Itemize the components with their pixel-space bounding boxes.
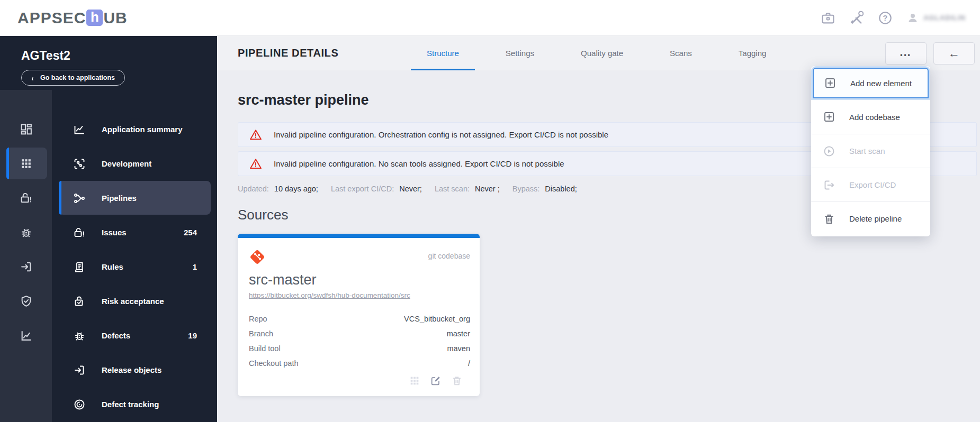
menu-label: Development [102, 159, 151, 168]
edit-icon[interactable] [430, 375, 442, 387]
rail-item-security[interactable] [0, 284, 52, 318]
meta-value: Disabled; [545, 185, 577, 193]
sidebar-menu: Application summary Development Pipeline… [52, 90, 217, 422]
menu-label: Application summary [102, 125, 183, 134]
release-objects-icon [73, 364, 86, 377]
development-icon [73, 158, 86, 170]
bug-icon [20, 226, 33, 239]
meta-label: Bypass: [513, 185, 540, 193]
field-value: master [447, 326, 470, 341]
tab-bar: Structure Settings Quality gate Scans Ta… [403, 36, 789, 70]
rail-item-release[interactable] [0, 250, 52, 284]
rail-item-issues[interactable] [0, 181, 52, 215]
appsechub-logo: APPSEC h UB [17, 9, 128, 27]
field-value: / [468, 356, 470, 371]
sidebar-item-release-objects[interactable]: Release objects [52, 353, 217, 387]
lock-check-icon [73, 295, 86, 308]
rail-item-defects[interactable] [0, 215, 52, 250]
menu-item-add-new-element[interactable]: Add new element [813, 68, 929, 98]
username-redacted: AGLADILIN [923, 14, 966, 22]
delete-icon[interactable] [451, 375, 463, 387]
warning-text: Invalid pipeline configuration. Orchestr… [274, 130, 608, 139]
logo-text-post: UB [103, 9, 127, 27]
application-name: AGTest2 [21, 49, 217, 63]
sidebar: AGTest2 ‹ Go back to applications [0, 36, 217, 422]
field-label: Repo [249, 311, 267, 326]
sidebar-item-application-summary[interactable]: Application summary [52, 112, 217, 146]
field-row: Repo VCS_bitbucket_org [249, 311, 470, 326]
defects-count-badge: 19 [188, 331, 197, 340]
back-arrow-button[interactable]: ← [933, 42, 975, 65]
briefcase-icon[interactable] [821, 11, 835, 25]
user-icon [906, 12, 919, 24]
icon-rail [0, 90, 52, 422]
unlock-alert-icon [20, 191, 33, 205]
sidebar-item-defect-tracking[interactable]: Defect tracking [52, 387, 217, 421]
menu-label: Issues [102, 228, 127, 237]
git-icon [249, 249, 266, 265]
menu-label: Defects [102, 331, 130, 340]
pipelines-icon [73, 192, 86, 205]
field-row: Checkout path / [249, 356, 470, 371]
more-actions-button[interactable]: ••• [885, 42, 927, 65]
codebase-url-link[interactable]: https://bitbucket.org/swdfsh/hub-documen… [249, 291, 410, 299]
logo-text-pre: APPSEC [17, 9, 86, 27]
field-row: Branch master [249, 326, 470, 341]
chevron-left-icon: ‹ [32, 74, 34, 82]
help-icon[interactable]: ? [878, 11, 893, 25]
apps-grid-icon [20, 157, 33, 170]
sidebar-item-risk-acceptance[interactable]: Risk acceptance [52, 284, 217, 318]
menu-label: Rules [102, 262, 123, 271]
menu-item-delete-pipeline[interactable]: Delete pipeline [811, 201, 930, 235]
trash-icon [823, 213, 835, 225]
page-title: PIPELINE DETAILS [217, 36, 403, 70]
sidebar-item-development[interactable]: Development [52, 146, 217, 181]
play-circle-icon [823, 145, 835, 158]
rail-item-applications[interactable] [0, 146, 52, 181]
tools-icon[interactable] [849, 11, 864, 25]
meta-value: Never ; [475, 185, 500, 193]
tab-settings[interactable]: Settings [490, 36, 550, 70]
sidebar-item-issues[interactable]: Issues 254 [52, 215, 217, 250]
codebase-type-label: git codebase [428, 249, 470, 260]
exit-arrow-icon [20, 260, 33, 273]
card-accent-bar [238, 234, 480, 238]
menu-item-add-codebase[interactable]: Add codebase [811, 100, 930, 134]
pipeline-details-header: PIPELINE DETAILS Structure Settings Qual… [217, 36, 980, 70]
go-back-label: Go back to applications [40, 74, 115, 81]
export-icon [823, 179, 835, 191]
sidebar-item-defects[interactable]: Defects 19 [52, 318, 217, 353]
dashboard-icon [20, 123, 33, 136]
menu-item-start-scan[interactable]: Start scan [811, 134, 930, 168]
tab-quality-gate[interactable]: Quality gate [565, 36, 639, 70]
menu-item-label: Start scan [849, 146, 885, 155]
meta-value: Never; [399, 185, 422, 193]
field-label: Checkout path [249, 356, 299, 371]
menu-label: Defect tracking [102, 400, 159, 409]
menu-item-export-cicd[interactable]: Export CI/CD [811, 168, 930, 201]
sidebar-header: AGTest2 ‹ Go back to applications [0, 36, 217, 90]
warning-triangle-icon [249, 157, 263, 171]
svg-text:?: ? [883, 14, 888, 22]
meta-value: 10 days ago; [274, 185, 318, 193]
sidebar-item-pipelines[interactable]: Pipelines [52, 181, 217, 215]
bug-icon [73, 329, 86, 342]
tab-tagging[interactable]: Tagging [723, 36, 783, 70]
rail-item-reports[interactable] [0, 318, 52, 353]
rail-item-dashboard[interactable] [0, 112, 52, 146]
go-back-to-applications-button[interactable]: ‹ Go back to applications [21, 70, 125, 86]
field-value: VCS_bitbucket_org [404, 311, 470, 326]
codebase-fields: Repo VCS_bitbucket_org Branch master Bui… [249, 311, 470, 371]
issues-count-badge: 254 [184, 228, 197, 237]
top-bar: APPSEC h UB ? [0, 0, 980, 36]
tab-structure[interactable]: Structure [411, 36, 475, 70]
warning-text: Invalid pipeline configuration. No scan … [274, 159, 564, 168]
tab-scans[interactable]: Scans [654, 36, 708, 70]
drag-grid-icon[interactable] [409, 375, 420, 387]
chart-icon [20, 329, 33, 342]
codebase-name: src-master [249, 272, 470, 288]
rules-icon [73, 261, 86, 273]
sidebar-item-rules[interactable]: Rules 1 [52, 250, 217, 284]
user-menu[interactable]: AGLADILIN [906, 12, 966, 24]
codebase-card: git codebase src-master https://bitbucke… [238, 234, 480, 396]
